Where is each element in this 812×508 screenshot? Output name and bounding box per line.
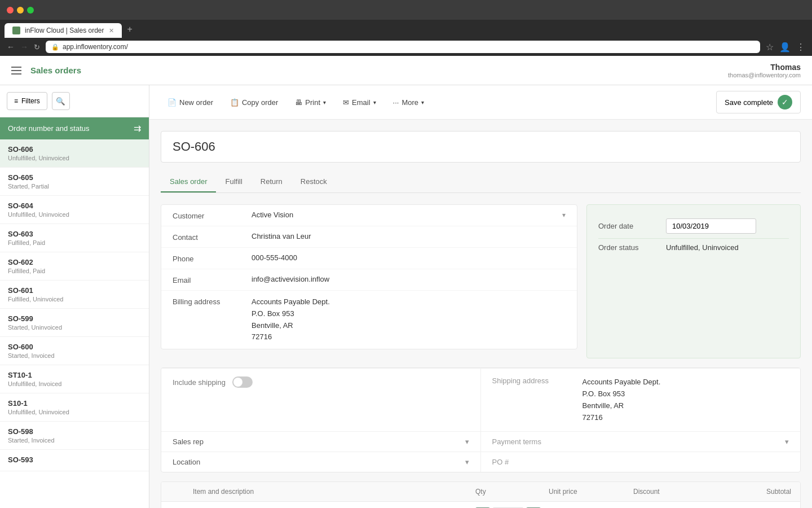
- menu-icon[interactable]: ⋮: [796, 42, 805, 52]
- order-status-label: Unfulfilled, Uninvoiced: [8, 409, 141, 415]
- active-tab[interactable]: inFlow Cloud | Sales order ✕: [5, 23, 122, 38]
- back-button[interactable]: ←: [7, 42, 15, 51]
- order-status-label: Started, Partial: [8, 183, 141, 190]
- nav-title: Sales orders: [30, 65, 81, 75]
- toolbar-left: 📄 New order 📋 Copy order 🖶 Print ▾ ✉: [161, 95, 431, 110]
- col-discount-header: Discount: [633, 488, 723, 496]
- sales-rep-dropdown-icon[interactable]: ▾: [465, 437, 469, 446]
- order-number-label: ST10-1: [8, 371, 141, 379]
- check-circle-icon: ✓: [778, 95, 792, 110]
- search-button[interactable]: 🔍: [52, 92, 70, 110]
- sidebar-item[interactable]: SO-600 Started, Invoiced: [0, 337, 149, 365]
- payment-terms-dropdown-icon[interactable]: ▾: [785, 437, 789, 446]
- close-dot[interactable]: [7, 7, 14, 14]
- copy-order-button[interactable]: 📋 Copy order: [223, 95, 285, 110]
- table-row: Adept ▾ − + $35.00 10% ▾: [161, 502, 800, 508]
- email-value[interactable]: info@activevision.inflow: [251, 275, 566, 283]
- sidebar-item[interactable]: ST10-1 Unfulfilled, Invoiced: [0, 365, 149, 393]
- sidebar-item[interactable]: SO-601 Fulfilled, Uninvoiced: [0, 281, 149, 309]
- tab-close-button[interactable]: ✕: [109, 27, 114, 34]
- order-status-label: Unfulfilled, Uninvoiced: [8, 211, 141, 218]
- sales-rep-row: Sales rep ▾: [173, 437, 469, 446]
- include-shipping-row: Include shipping Shipping address Accoun…: [161, 368, 800, 431]
- email-button[interactable]: ✉ Email ▾: [336, 95, 383, 110]
- sidebar-item[interactable]: SO-599 Started, Uninvoiced: [0, 309, 149, 337]
- sidebar-item[interactable]: S10-1 Unfulfilled, Uninvoiced: [0, 393, 149, 422]
- sidebar-item[interactable]: SO-593: [0, 450, 149, 471]
- order-number-label: SO-600: [8, 343, 141, 351]
- hamburger-menu[interactable]: [11, 67, 21, 75]
- account-icon[interactable]: 👤: [779, 42, 791, 52]
- payment-terms-label: Payment terms: [492, 437, 541, 446]
- customer-value[interactable]: Active Vision ▾: [251, 211, 566, 219]
- sidebar-item[interactable]: SO-603 Fulfilled, Paid: [0, 224, 149, 252]
- sidebar-item[interactable]: SO-598 Started, Invoiced: [0, 422, 149, 450]
- location-label: Location: [173, 458, 200, 466]
- billing-address-label: Billing address: [173, 296, 251, 306]
- col-subtotal-header: Subtotal: [723, 488, 791, 496]
- phone-value[interactable]: 000-555-4000: [251, 253, 566, 262]
- maximize-dot[interactable]: [27, 7, 34, 14]
- location-po-row: Location ▾ PO #: [161, 452, 800, 472]
- filter-icon: ≡: [14, 97, 18, 105]
- sidebar-item[interactable]: SO-605 Started, Partial: [0, 168, 149, 196]
- order-status-label: Started, Uninvoiced: [8, 324, 141, 331]
- copy-order-label: Copy order: [242, 98, 278, 107]
- sales-rep-payment-row: Sales rep ▾ Payment terms ▾: [161, 431, 800, 452]
- include-shipping-toggle-btn[interactable]: [232, 376, 253, 388]
- reload-button[interactable]: ↻: [34, 43, 40, 51]
- print-button[interactable]: 🖶 Print ▾: [288, 95, 333, 110]
- billing-address-value[interactable]: Accounts Payable Dept.P.O. Box 953Bentvi…: [251, 296, 566, 343]
- tab-title: inFlow Cloud | Sales order: [25, 27, 104, 34]
- sidebar-item[interactable]: SO-606 Unfulfilled, Uninvoiced: [0, 139, 149, 168]
- tab-fulfill[interactable]: Fulfill: [216, 172, 251, 192]
- filter-button[interactable]: ≡ Filters: [7, 92, 47, 110]
- order-number-label: SO-602: [8, 258, 141, 266]
- order-number-label: SO-601: [8, 286, 141, 295]
- save-complete-button[interactable]: Save complete ✓: [716, 91, 801, 113]
- new-tab-button[interactable]: +: [122, 21, 138, 38]
- order-status-label: Fulfilled, Paid: [8, 239, 141, 246]
- order-number: SO-606: [173, 139, 215, 154]
- billing-address-row: Billing address Accounts Payable Dept.P.…: [161, 291, 577, 349]
- user-email: thomas@inflowentory.com: [728, 72, 801, 78]
- customer-label: Customer: [173, 211, 251, 220]
- search-icon: 🔍: [56, 97, 65, 106]
- window-controls: [7, 7, 34, 14]
- contact-value[interactable]: Christina van Leur: [251, 232, 566, 240]
- tab-sales-order[interactable]: Sales order: [161, 172, 216, 192]
- sidebar-item[interactable]: SO-604 Unfulfilled, Uninvoiced: [0, 196, 149, 224]
- minimize-dot[interactable]: [17, 7, 24, 14]
- main-layout: ≡ Filters 🔍 Order number and status ⇉ SO…: [0, 85, 812, 508]
- tab-return[interactable]: Return: [251, 172, 292, 192]
- order-form: Customer Active Vision ▾ Contact Christi…: [161, 204, 577, 349]
- location-cell: Location ▾: [161, 452, 481, 472]
- bookmark-icon[interactable]: ☆: [766, 42, 774, 52]
- url-bar[interactable]: 🔒 app.inflowentory.com/: [46, 41, 760, 53]
- shipping-section: Include shipping Shipping address Accoun…: [161, 367, 801, 472]
- new-order-button[interactable]: 📄 New order: [161, 95, 220, 110]
- nav-bar: ← → ↻ 🔒 app.inflowentory.com/ ☆ 👤 ⋮: [0, 38, 812, 56]
- order-status-label: Unfulfilled, Uninvoiced: [8, 155, 141, 161]
- order-status-value: Unfulfilled, Uninvoiced: [666, 243, 789, 252]
- tab-favicon: [12, 27, 20, 34]
- save-complete-label: Save complete: [725, 98, 773, 107]
- more-button[interactable]: ··· More ▾: [386, 95, 431, 110]
- order-number-label: SO-603: [8, 230, 141, 238]
- collapse-icon[interactable]: ⇉: [134, 123, 141, 134]
- include-shipping-toggle: Include shipping: [173, 376, 469, 388]
- shipping-address-right: Shipping address Accounts Payable Dept.P…: [481, 369, 801, 431]
- forward-button[interactable]: →: [20, 42, 28, 51]
- toolbar: 📄 New order 📋 Copy order 🖶 Print ▾ ✉: [149, 85, 812, 120]
- email-chevron: ▾: [373, 99, 376, 106]
- location-dropdown-icon[interactable]: ▾: [465, 458, 469, 466]
- shipping-address-value[interactable]: Accounts Payable Dept.P.O. Box 953Bentvi…: [582, 376, 661, 423]
- order-status-label: Fulfilled, Paid: [8, 268, 141, 274]
- more-dots-icon: ···: [393, 98, 399, 107]
- sidebar-item[interactable]: SO-602 Fulfilled, Paid: [0, 252, 149, 281]
- order-date-input[interactable]: [666, 218, 756, 234]
- order-number-label: SO-593: [8, 456, 141, 464]
- phone-label: Phone: [173, 253, 251, 263]
- tab-restock[interactable]: Restock: [292, 172, 336, 192]
- customer-dropdown-icon: ▾: [562, 211, 566, 219]
